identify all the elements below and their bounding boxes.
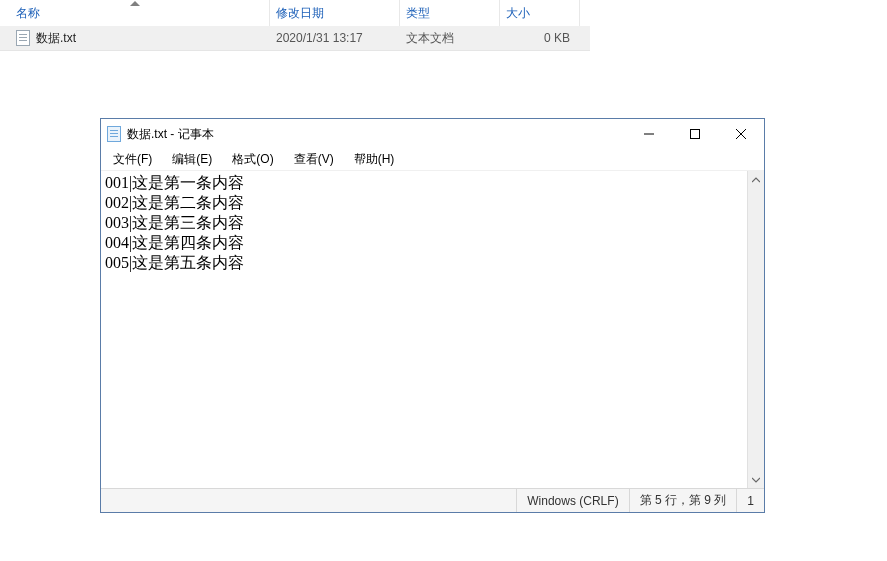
column-header-date-label: 修改日期 <box>276 5 324 22</box>
notepad-icon <box>107 126 121 142</box>
text-file-icon <box>16 30 30 46</box>
file-type: 文本文档 <box>400 30 500 47</box>
editor-area: 001|这是第一条内容 002|这是第二条内容 003|这是第三条内容 004|… <box>101 171 764 488</box>
status-cursor: 第 5 行，第 9 列 <box>629 489 737 512</box>
file-list-header: 名称 修改日期 类型 大小 <box>0 0 590 26</box>
maximize-button[interactable] <box>672 119 718 149</box>
menu-view[interactable]: 查看(V) <box>286 149 342 170</box>
file-date: 2020/1/31 13:17 <box>270 31 400 45</box>
maximize-icon <box>690 129 700 139</box>
column-header-name[interactable]: 名称 <box>0 0 270 26</box>
menu-file[interactable]: 文件(F) <box>105 149 160 170</box>
statusbar: Windows (CRLF) 第 5 行，第 9 列 1 <box>101 488 764 512</box>
vertical-scrollbar[interactable] <box>747 171 764 488</box>
minimize-button[interactable] <box>626 119 672 149</box>
menu-format[interactable]: 格式(O) <box>224 149 281 170</box>
close-icon <box>736 129 746 139</box>
scroll-up-icon[interactable] <box>748 171 764 188</box>
window-title: 数据.txt - 记事本 <box>127 126 214 143</box>
file-name: 数据.txt <box>36 30 76 47</box>
menubar: 文件(F) 编辑(E) 格式(O) 查看(V) 帮助(H) <box>101 149 764 171</box>
column-header-size[interactable]: 大小 <box>500 0 580 26</box>
sort-ascending-icon <box>130 1 140 6</box>
close-button[interactable] <box>718 119 764 149</box>
column-header-date[interactable]: 修改日期 <box>270 0 400 26</box>
scroll-down-icon[interactable] <box>748 471 764 488</box>
titlebar[interactable]: 数据.txt - 记事本 <box>101 119 764 149</box>
column-header-size-label: 大小 <box>506 5 530 22</box>
minimize-icon <box>644 129 654 139</box>
column-header-type[interactable]: 类型 <box>400 0 500 26</box>
notepad-window: 数据.txt - 记事本 文件(F) 编辑(E) 格式(O) 查看(V) 帮助(… <box>100 118 765 513</box>
column-header-type-label: 类型 <box>406 5 430 22</box>
menu-edit[interactable]: 编辑(E) <box>164 149 220 170</box>
file-size: 0 KB <box>500 31 580 45</box>
column-header-name-label: 名称 <box>16 5 40 22</box>
file-row[interactable]: 数据.txt 2020/1/31 13:17 文本文档 0 KB <box>0 26 590 50</box>
window-controls <box>626 119 764 149</box>
svg-rect-1 <box>691 130 700 139</box>
status-zoom: 1 <box>736 489 764 512</box>
text-editor[interactable]: 001|这是第一条内容 002|这是第二条内容 003|这是第三条内容 004|… <box>101 171 747 488</box>
file-explorer-list: 名称 修改日期 类型 大小 数据.txt 2020/1/31 13:17 文本文… <box>0 0 590 51</box>
menu-help[interactable]: 帮助(H) <box>346 149 403 170</box>
status-encoding: Windows (CRLF) <box>516 489 628 512</box>
